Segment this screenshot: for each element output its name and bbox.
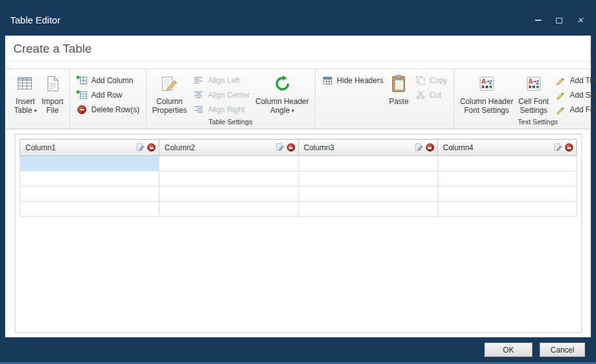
add-row-icon	[76, 90, 88, 100]
table-cell[interactable]	[159, 171, 298, 186]
column-name: Column2	[164, 143, 195, 152]
maximize-button[interactable]	[555, 16, 564, 24]
align-center-icon	[192, 91, 204, 99]
svg-text:A: A	[528, 78, 533, 85]
table-cell[interactable]	[298, 171, 437, 186]
dialog-body: Create a Table Insert	[5, 36, 591, 337]
align-right-icon	[192, 105, 204, 114]
column-header-1[interactable]: Column1	[20, 140, 159, 156]
remove-column-icon[interactable]	[147, 143, 156, 152]
align-center-button[interactable]: Align Center	[189, 88, 253, 102]
align-right-button[interactable]: Align Right	[189, 102, 253, 117]
hide-headers-icon	[322, 76, 334, 85]
group-text-settings: A z Column Header Font Settings	[454, 69, 596, 129]
add-sub-title-icon	[555, 91, 567, 100]
add-column-button[interactable]: Add Column	[73, 73, 143, 88]
close-icon	[577, 16, 583, 24]
remove-column-icon[interactable]	[287, 143, 295, 152]
table-cell[interactable]	[437, 202, 576, 217]
column-header-angle-dropdown-icon	[291, 107, 294, 115]
remove-column-icon[interactable]	[426, 143, 434, 152]
paste-button[interactable]: Paste	[387, 69, 411, 106]
edit-column-icon[interactable]	[276, 143, 284, 153]
table-row	[20, 202, 577, 217]
table-cell[interactable]	[159, 156, 298, 171]
add-title-button[interactable]: Add Title	[552, 73, 596, 88]
table-editor-window: Table Editor Create a Table	[0, 0, 596, 364]
column-header-2[interactable]: Column2	[159, 140, 298, 156]
svg-text:A: A	[481, 78, 486, 85]
table-header-row: Column1	[20, 140, 577, 156]
window-controls	[534, 16, 585, 24]
group-label-text-settings: Text Settings	[458, 118, 596, 129]
delete-rows-icon	[77, 105, 86, 114]
hide-headers-button[interactable]: Hide Headers	[319, 73, 387, 88]
column-properties-button[interactable]: Column Properties	[150, 69, 190, 115]
maximize-icon	[556, 18, 562, 23]
column-name: Column1	[25, 143, 56, 152]
cut-icon	[414, 90, 427, 100]
add-row-button[interactable]: Add Row	[73, 88, 143, 102]
group-table-settings: Column Properties Align Left	[147, 69, 315, 129]
group-label-table-settings: Table Settings	[150, 118, 312, 129]
selected-cell[interactable]	[20, 156, 159, 171]
import-file-button[interactable]: Import File	[39, 69, 66, 115]
table-cell[interactable]	[159, 186, 298, 202]
insert-table-button[interactable]: Insert Table	[11, 69, 39, 115]
add-column-icon	[76, 75, 88, 85]
add-footer-icon	[555, 105, 567, 114]
window-title: Table Editor	[10, 15, 60, 25]
minimize-button[interactable]	[534, 16, 543, 24]
close-button[interactable]	[576, 16, 585, 24]
column-header-3[interactable]: Column3	[298, 140, 437, 156]
table-cell[interactable]	[159, 202, 298, 217]
align-left-button[interactable]: Align Left	[189, 73, 253, 88]
edit-column-icon[interactable]	[554, 143, 562, 153]
copy-button[interactable]: Copy	[411, 73, 451, 88]
cancel-button[interactable]: Cancel	[540, 342, 585, 357]
group-insert: Insert Table Import File	[8, 69, 70, 129]
delete-rows-button[interactable]: Delete Row(s)	[73, 102, 143, 117]
table-cell[interactable]	[298, 186, 437, 202]
page-header: Create a Table	[6, 36, 590, 62]
table-row	[20, 156, 577, 171]
table-cell[interactable]	[437, 171, 576, 186]
table-cell[interactable]	[20, 186, 159, 202]
remove-column-icon[interactable]	[565, 143, 573, 152]
table-cell[interactable]	[437, 186, 576, 202]
table-cell[interactable]	[20, 171, 159, 186]
svg-text:z: z	[489, 79, 492, 86]
add-sub-title-button[interactable]: Add Sub Title	[552, 88, 596, 102]
column-header-font-settings-button[interactable]: A z Column Header Font Settings	[458, 69, 516, 115]
table-row	[20, 171, 577, 186]
align-left-icon	[192, 76, 204, 84]
ok-button[interactable]: OK	[484, 342, 533, 357]
table-cell[interactable]	[298, 202, 437, 217]
cell-font-settings-button[interactable]: A z Cell Font Settings	[516, 69, 552, 115]
column-header-font-settings-icon: A z	[479, 72, 494, 95]
column-header-angle-button[interactable]: Column Header Angle	[253, 69, 312, 115]
titlebar[interactable]: Table Editor	[0, 0, 596, 36]
edit-column-icon[interactable]	[136, 143, 145, 153]
svg-text:z: z	[536, 79, 539, 86]
column-header-4[interactable]: Column4	[437, 140, 576, 156]
table-grid: Column1	[20, 139, 577, 217]
edit-column-icon[interactable]	[415, 143, 423, 153]
minimize-icon	[535, 20, 541, 21]
add-title-icon	[555, 76, 567, 85]
import-file-icon	[46, 72, 60, 95]
paste-icon	[391, 72, 406, 95]
add-footer-button[interactable]: Add Footer	[552, 102, 596, 117]
insert-table-icon	[17, 72, 34, 95]
column-name: Column3	[304, 143, 334, 152]
table-cell[interactable]	[20, 202, 159, 217]
cut-button[interactable]: Cut	[411, 88, 451, 102]
table-cell[interactable]	[437, 156, 576, 171]
group-row-column: Add Column Add Row	[70, 69, 147, 129]
cell-font-settings-icon: A z	[526, 72, 541, 95]
column-header-angle-icon	[274, 72, 291, 95]
insert-table-dropdown-icon	[34, 107, 37, 115]
table-cell[interactable]	[298, 156, 437, 171]
column-properties-icon	[161, 72, 178, 95]
group-clipboard: Hide Headers Paste	[315, 69, 454, 129]
